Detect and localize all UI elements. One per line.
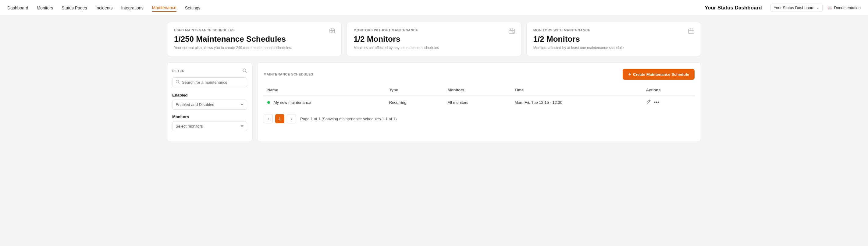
filter-title: Filter [172,68,247,74]
stat-card-with-maintenance: Monitors With Maintenance 1/2 Monitors M… [526,22,701,56]
nav-dashboard[interactable]: Dashboard [7,4,28,11]
stat-label-2: Monitors Without Maintenance [353,28,514,32]
bottom-section: Filter Enabled [167,62,701,142]
table-row: My new maintenance Recurring All monitor… [264,96,694,109]
create-maintenance-button[interactable]: + Create Maintenance Schedule [623,69,694,80]
maintenance-section-title: Maintenance Schedules [264,72,313,76]
row-type: Recurring [385,96,444,109]
stat-label-1: Used Maintenance Schedules [174,28,335,32]
filter-monitors-select[interactable]: Select monitors [172,121,247,131]
nav-incidents[interactable]: Incidents [95,4,113,11]
svg-rect-4 [688,29,694,34]
stat-value-2: 1/2 Monitors [353,34,514,44]
stat-desc-3: Monitors affected by at least one mainte… [533,46,694,50]
no-icon: Nº [329,28,335,35]
nav-maintenance[interactable]: Maintenance [152,4,177,12]
nav-documentation[interactable]: 📖 Documentation [828,5,861,10]
col-name: Name [264,85,385,96]
svg-point-6 [176,80,179,83]
edit-icon[interactable] [646,99,651,105]
stat-label-3: Monitors With Maintenance [533,28,694,32]
action-icons: ••• [646,99,691,105]
filter-enabled-select[interactable]: Enabled and Disabled [172,100,247,110]
filter-title-label: Filter [172,69,185,73]
col-monitors: Monitors [444,85,511,96]
nav-integrations[interactable]: Integrations [121,4,144,11]
nav-monitors[interactable]: Monitors [37,4,53,11]
filter-enabled-group: Enabled Enabled and Disabled [172,93,247,110]
pagination: ‹ 1 › Page 1 of 1 (Showing maintenance s… [264,114,694,123]
main-content: Used Maintenance Schedules Nº 1/250 Main… [160,16,708,148]
stat-card-without-maintenance: Monitors Without Maintenance 1/2 Monitor… [346,22,521,56]
nav-left: Dashboard Monitors Status Pages Incident… [7,4,705,12]
maintenance-header: Maintenance Schedules + Create Maintenan… [264,69,694,80]
col-actions: Actions [643,85,694,96]
search-box [172,77,247,87]
calendar-icon [688,28,694,36]
create-btn-label: Create Maintenance Schedule [633,72,689,77]
search-icon [242,68,247,74]
nav-brand: Your Status Dashboard [705,5,762,11]
prev-page-button[interactable]: ‹ [264,114,273,123]
filter-panel: Filter Enabled [167,62,252,142]
stat-cards-section: Used Maintenance Schedules Nº 1/250 Main… [167,22,701,56]
current-page[interactable]: 1 [275,114,284,123]
book-icon: 📖 [828,5,832,10]
page-info: Page 1 of 1 (Showing maintenance schedul… [300,117,397,121]
nav-status-pages[interactable]: Status Pages [62,4,87,11]
stat-card-used-schedules: Used Maintenance Schedules Nº 1/250 Main… [167,22,342,56]
row-time: Mon, Fri, Tue 12:15 - 12:30 [511,96,643,109]
svg-line-3 [509,29,514,33]
nav-settings[interactable]: Settings [185,4,200,11]
nav-bar: Dashboard Monitors Status Pages Incident… [0,0,868,16]
stat-value-3: 1/2 Monitors [533,34,694,44]
filter-monitors-label: Monitors [172,114,247,119]
stat-desc-1: Your current plan allows you to create 2… [174,46,335,50]
calendar-off-icon [508,28,515,36]
chevron-down-icon: ⌄ [816,5,819,10]
next-page-button[interactable]: › [287,114,296,123]
filter-enabled-label: Enabled [172,93,247,98]
search-input-icon [176,80,180,85]
plus-icon: + [628,72,631,77]
stat-desc-2: Monitors not affected by any maintenance… [353,46,514,50]
more-options-icon[interactable]: ••• [654,100,659,105]
row-actions: ••• [643,96,694,109]
filter-monitors-group: Monitors Select monitors [172,114,247,131]
row-monitors: All monitors [444,96,511,109]
nav-workspace-dropdown[interactable]: Your Status Dashboard ⌄ [771,4,823,12]
nav-doc-label: Documentation [834,5,861,10]
col-time: Time [511,85,643,96]
maintenance-table: Name Type Monitors Time Actions My new m… [264,85,694,109]
maintenance-panel: Maintenance Schedules + Create Maintenan… [257,62,701,142]
nav-workspace-label: Your Status Dashboard [774,5,815,10]
search-input[interactable] [182,80,244,85]
svg-text:Nº: Nº [331,31,333,33]
row-name: My new maintenance [264,96,385,109]
nav-right: Your Status Dashboard Your Status Dashbo… [705,4,861,12]
status-dot-active [267,101,270,104]
col-type: Type [385,85,444,96]
stat-value-1: 1/250 Maintenance Schedules [174,34,335,44]
